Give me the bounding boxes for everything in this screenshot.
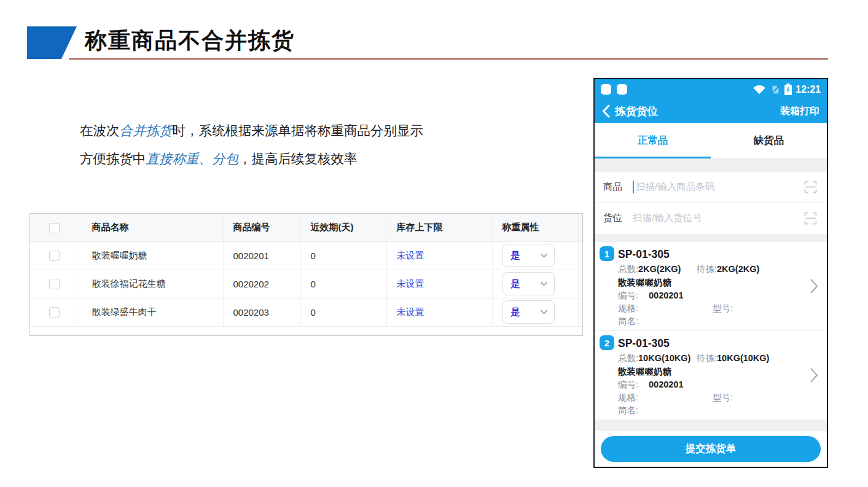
notification-icon	[617, 84, 627, 95]
model-label: 型号:	[713, 302, 733, 315]
tab-normal-goods[interactable]: 正常品	[595, 123, 711, 158]
column-header-weigh-attr: 称重属性	[492, 214, 578, 241]
code-label: 编号:	[618, 289, 638, 302]
product-code-cell: 0020201	[223, 241, 300, 270]
product-scan-field[interactable]: 商品 扫描/输入商品条码	[595, 172, 827, 202]
body-line-2: 方便拣货中直接称重、分包，提高后续复核效率	[80, 145, 423, 173]
to-pick-value: 10KG(10KG)	[717, 352, 769, 365]
table-row: 散装喔喔奶糖 0020201 0 未设置 是	[30, 241, 583, 270]
column-header-product-code: 商品编号	[223, 214, 300, 241]
wifi-icon	[753, 84, 766, 95]
location-field-placeholder: 扫描/输入货位号	[633, 212, 702, 225]
stock-limit-link[interactable]: 未设置	[397, 250, 424, 260]
row-checkbox[interactable]	[49, 251, 60, 261]
tab-shortage-goods[interactable]: 缺货品	[711, 123, 827, 158]
chevron-down-icon	[540, 253, 548, 258]
column-header-stock-limit: 库存上下限	[386, 214, 492, 241]
total-label: 总数:	[618, 352, 638, 365]
stock-limit-link[interactable]: 未设置	[397, 278, 424, 289]
product-field-label: 商品	[603, 181, 633, 193]
chevron-down-icon	[540, 310, 548, 314]
short-name-label: 简名:	[618, 315, 638, 328]
to-pick-label: 待拣:	[697, 352, 717, 365]
item-index-badge: 1	[600, 246, 614, 261]
pick-item-2[interactable]: 2 SP-01-305 总数:10KG(10KG) 待拣:10KG(10KG) …	[595, 331, 827, 419]
column-header-expiry: 近效期(天)	[300, 214, 386, 241]
location-code: SP-01-305	[618, 335, 800, 352]
weigh-attr-select[interactable]: 是	[502, 300, 555, 324]
to-pick-value: 2KG(2KG)	[717, 263, 759, 276]
phone-footer: 提交拣货单	[595, 431, 827, 467]
item-index-badge: 2	[600, 335, 614, 350]
back-chevron-icon	[602, 104, 610, 118]
row-checkbox[interactable]	[49, 279, 60, 289]
barcode-scan-icon[interactable]	[803, 179, 818, 195]
table-row: 散装徐福记花生糖 0020202 0 未设置 是	[30, 270, 583, 298]
expiry-cell: 0	[300, 270, 386, 298]
code-value: 0020201	[649, 289, 683, 302]
status-time: 12:21	[796, 84, 821, 95]
weigh-attr-select[interactable]: 是	[502, 272, 555, 295]
notification-icon	[601, 84, 611, 95]
total-value: 10KG(10KG)	[638, 352, 690, 365]
code-value: 0020201	[649, 378, 683, 391]
chevron-right-icon	[810, 367, 818, 383]
chevron-down-icon	[540, 281, 548, 286]
column-header-product-name: 商品名称	[79, 214, 223, 241]
body-text: 在波次合并拣货时，系统根据来源单据将称重商品分别显示 方便拣货中直接称重、分包，…	[80, 117, 423, 173]
short-name-label: 简名:	[618, 404, 638, 417]
product-code-cell: 0020203	[223, 298, 300, 326]
title-accent-shape	[27, 26, 77, 59]
section-divider	[595, 159, 827, 172]
tab-bar: 正常品 缺货品	[595, 123, 827, 159]
stock-limit-link[interactable]: 未设置	[397, 306, 424, 317]
emphasis-separator: 、	[199, 152, 213, 166]
title-underline	[69, 58, 828, 60]
weigh-attr-select[interactable]: 是	[502, 244, 555, 267]
nav-bar: 拣货货位 装箱打印	[595, 99, 827, 123]
section-divider	[595, 419, 827, 431]
pick-item-1[interactable]: 1 SP-01-305 总数:2KG(2KG) 待拣:2KG(2KG) 散装喔喔…	[595, 242, 827, 330]
product-name: 散装喔喔奶糖	[618, 276, 671, 289]
expiry-cell: 0	[300, 241, 386, 270]
row-checkbox[interactable]	[49, 307, 60, 318]
table-empty-row	[30, 326, 583, 336]
status-bar: 12:21	[595, 79, 827, 99]
slide: 称重商品不合并拣货 在波次合并拣货时，系统根据来源单据将称重商品分别显示 方便拣…	[0, 0, 868, 487]
page-title: 称重商品不合并拣货	[85, 26, 295, 56]
code-label: 编号:	[618, 378, 638, 391]
product-field-placeholder: 扫描/输入商品条码	[636, 181, 714, 193]
product-name-cell: 散装绿盛牛肉干	[79, 298, 223, 326]
barcode-scan-icon[interactable]	[803, 211, 818, 226]
emphasis-merge-picking: 合并拣货	[120, 123, 173, 138]
phone-mockup: 12:21 拣货货位 装箱打印 正常品 缺货品 商品 扫描/输入商品条码 货位 …	[593, 78, 828, 468]
location-code: SP-01-305	[618, 246, 800, 263]
select-all-checkbox[interactable]	[49, 223, 60, 233]
product-code-cell: 0020202	[223, 270, 300, 298]
section-divider	[595, 234, 827, 242]
product-name-cell: 散装喔喔奶糖	[79, 241, 223, 270]
model-label: 型号:	[713, 391, 733, 404]
total-value: 2KG(2KG)	[638, 263, 681, 276]
table-row: 散装绿盛牛肉干 0020203 0 未设置 是	[30, 298, 583, 326]
emphasis-split-pack: 分包	[212, 152, 238, 166]
product-name: 散装喔喔奶糖	[618, 365, 671, 378]
spec-label: 规格:	[618, 391, 713, 404]
text-cursor	[633, 181, 634, 193]
total-label: 总数:	[618, 263, 638, 276]
back-button[interactable]: 拣货货位	[602, 104, 658, 119]
nav-title: 拣货货位	[615, 104, 658, 119]
product-name-cell: 散装徐福记花生糖	[79, 270, 223, 298]
expiry-cell: 0	[300, 298, 386, 326]
box-print-button[interactable]: 装箱打印	[780, 105, 819, 118]
emphasis-direct-weigh: 直接称重	[146, 152, 199, 166]
location-field-label: 货位	[603, 212, 633, 225]
table-header-row: 商品名称 商品编号 近效期(天) 库存上下限 称重属性	[30, 214, 583, 241]
submit-pick-list-button[interactable]: 提交拣货单	[601, 436, 821, 462]
location-scan-field[interactable]: 货位 扫描/输入货位号	[595, 202, 827, 234]
product-table: 商品名称 商品编号 近效期(天) 库存上下限 称重属性 散装喔喔奶糖 00202…	[30, 214, 583, 336]
battery-icon	[784, 84, 792, 95]
active-tab-underline	[595, 157, 711, 158]
product-table-card: 商品名称 商品编号 近效期(天) 库存上下限 称重属性 散装喔喔奶糖 00202…	[29, 213, 583, 336]
to-pick-label: 待拣:	[697, 263, 717, 276]
